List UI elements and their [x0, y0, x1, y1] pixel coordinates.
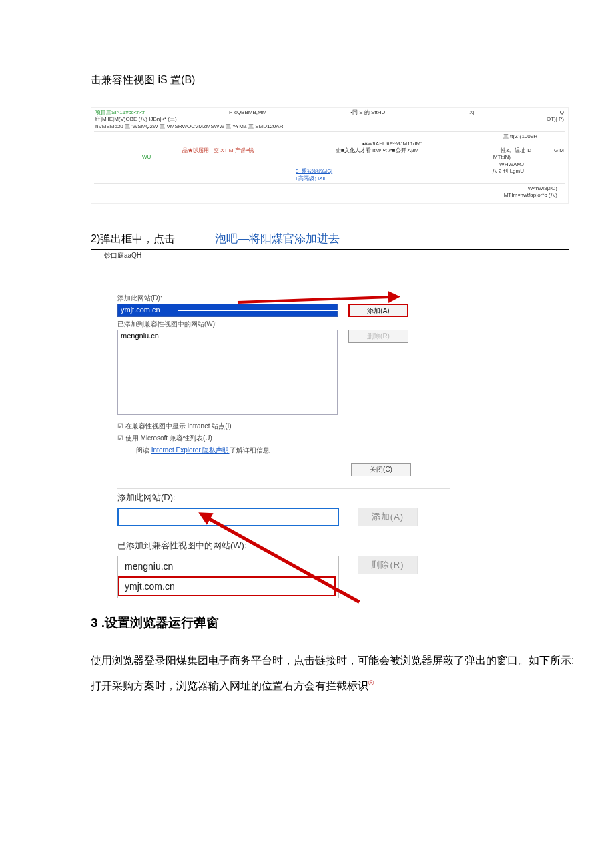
step2-text: 2)弹出框中，点击	[91, 232, 175, 246]
frag-text: Xj-	[468, 109, 477, 116]
frag-text: MTttiN)	[492, 154, 512, 161]
site-listbox[interactable]: mengniu.cn	[117, 330, 338, 415]
step2-highlight: 泡吧—将阳煤官添加进去	[215, 231, 340, 246]
add-site-label: 添加此网站(D):	[117, 488, 450, 504]
close-button[interactable]: 关闭(C)	[351, 463, 411, 476]
intranet-checkbox[interactable]: ☑ 在兼容性视图中显示 Intranet 站点(I)	[117, 420, 451, 432]
frag-text: 企■文化人才看 ItMΦ< /*■公开 AβM	[334, 147, 420, 154]
delete-button[interactable]: 删除(R)	[358, 556, 418, 574]
section3-paragraph: 使用浏览器登录阳煤集团电子商务平台时，点击链接时，可能会被浏览器屏蔽了弹出的窗口…	[91, 648, 587, 673]
section3-title: 3 .设置浏览器运行弹窗	[91, 614, 587, 632]
popup-block-icon: ®	[368, 679, 374, 687]
frag-text: MTIm«nwtfap|or*c (八)	[503, 192, 559, 199]
compat-dialog-1: 添加此网站(D): ymjt.com.cn 添加(A) 已添加到兼容性视图中的网…	[117, 294, 451, 476]
frag-text: •同 S 的 SftHU	[349, 109, 386, 116]
frag-text: hVMSM620 三 'WSMQ2W 三-VMSRWOCVMZMSWW 三 »Y…	[94, 123, 284, 130]
frag-text: Q	[559, 109, 565, 116]
frag-text: OT)| P)	[545, 116, 565, 123]
p2-text: 打开采购方案时，浏览器输入网址的位置右方会有拦截标识	[91, 680, 368, 691]
section3-paragraph-2: 打开采购方案时，浏览器输入网址的位置右方会有拦截标识®	[91, 673, 587, 699]
ms-list-checkbox[interactable]: ☑ 使用 Microsoft 兼容性列表(U)	[117, 432, 451, 444]
frag-text: 旺|MiIE|M(V)OBE (八) IJBn|×* (三)	[94, 116, 178, 123]
frag-text: W«nwI8βiO)	[527, 185, 559, 192]
learn-pre: 阅读	[136, 446, 151, 454]
browser-screenshot-fragment: 项目三SI>11#cc<n<r P-cQBBMB,MM •同 S 的 SftHU…	[91, 107, 569, 204]
frag-text: •AW!tAHUitE^MJM11dM'	[361, 141, 423, 147]
step2-row: 2)弹出框中，点击 泡吧—将阳煤官添加进去	[91, 231, 569, 250]
ie-privacy-link[interactable]: Internet Explorer 隐私声明	[151, 446, 230, 454]
frag-text: 性&。温址-D	[499, 147, 533, 154]
learn-row: 阅读 Internet Explorer 隐私声明了解详细信息	[117, 444, 451, 456]
added-list-label: 已添加到兼容性视图中的网站(W):	[117, 320, 451, 329]
frag-text: 三 tt(Z)(1009H	[502, 133, 539, 140]
added-list-label: 已添加到兼容性视图中的网站(W):	[117, 537, 450, 552]
frag-text: 项目三SI>11#cc<n<r	[94, 109, 146, 116]
heading-compat-view: 击兼容性视图 iS 置(B)	[91, 73, 587, 87]
frag-text: WU	[141, 154, 152, 161]
frag-text: P-cQBBMB,MM	[228, 109, 268, 116]
frag-text: 八 2 刊 LgmU	[491, 168, 525, 175]
frag-text: 品★以届用 - 交 XTIM 产督+钱	[181, 147, 255, 154]
list-item[interactable]: mengniu.cn	[121, 332, 334, 340]
learn-post: 了解详细信息	[230, 446, 270, 454]
add-site-input[interactable]	[117, 508, 339, 526]
compat-dialog-2: 添加此网站(D): 添加(A) 已添加到兼容性视图中的网站(W): mengni…	[117, 488, 450, 598]
site-listbox[interactable]: mengniu.cn ymjt.com.cn	[117, 556, 339, 598]
add-button[interactable]: 添加(A)	[358, 508, 418, 526]
delete-button[interactable]: 删除(R)	[348, 330, 408, 343]
frag-link[interactable]: I 高隔级) iXil	[294, 175, 326, 182]
add-site-input[interactable]: ymjt.com.cn	[117, 304, 338, 317]
frag-text: GIM	[553, 147, 565, 154]
frag-text: WHWΛMJ	[498, 161, 525, 168]
step2-sub: 钞口庭aaQH	[104, 251, 587, 260]
frag-link[interactable]: 3_盟¾%¾‰iGj	[294, 168, 334, 175]
add-button[interactable]: 添加(A)	[348, 304, 408, 317]
list-item-highlighted[interactable]: ymjt.com.cn	[118, 576, 336, 596]
